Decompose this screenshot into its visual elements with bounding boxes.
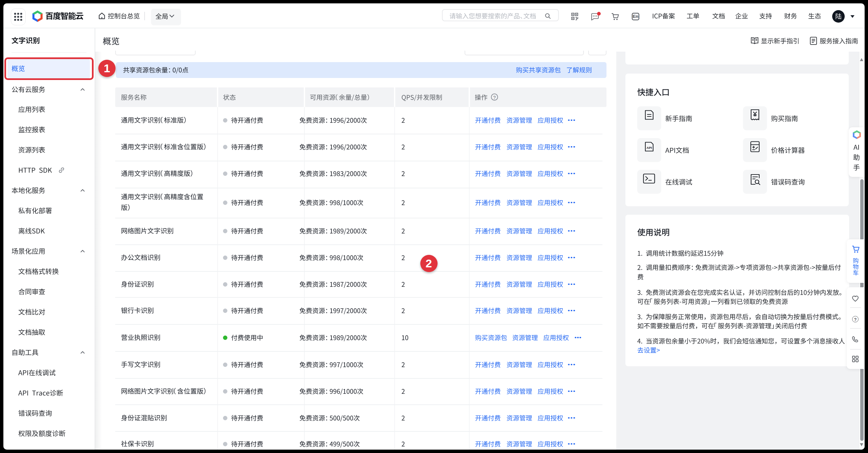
svg-text:API: API xyxy=(647,146,652,150)
